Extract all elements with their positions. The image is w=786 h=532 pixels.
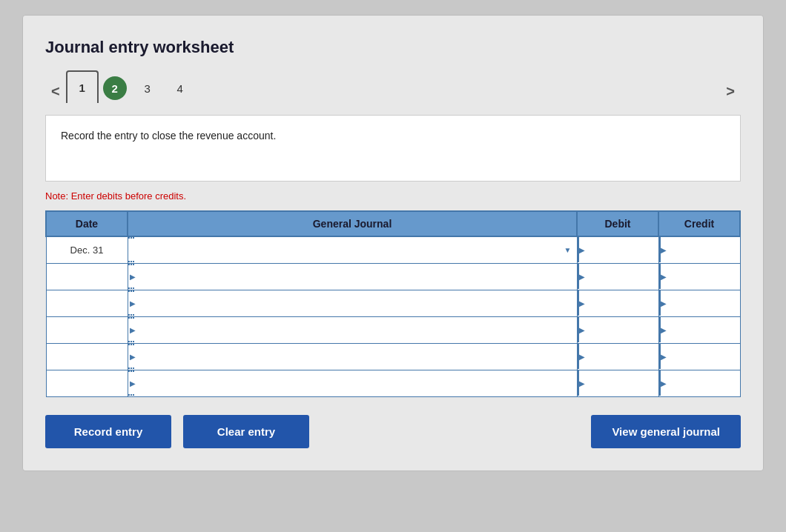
record-entry-button[interactable]: Record entry — [45, 415, 171, 448]
table-row: Dec. 31▼▶▶ — [46, 236, 740, 263]
credit-input-5[interactable] — [659, 370, 740, 396]
header-credit: Credit — [658, 211, 740, 236]
tab-2-circle[interactable]: 2 — [103, 76, 127, 100]
credit-cell-3[interactable]: ▶ — [658, 316, 740, 343]
tab-1[interactable]: 1 — [66, 70, 99, 103]
journal-dropdown-1[interactable] — [128, 264, 134, 289]
date-cell-3[interactable] — [46, 316, 128, 343]
credit-input-3[interactable] — [659, 317, 740, 342]
date-cell-5[interactable] — [46, 370, 128, 396]
debit-input-0[interactable] — [578, 237, 658, 262]
journal-cell-2[interactable]: ▶ — [128, 290, 577, 316]
table-row: ▶▶▶ — [46, 263, 740, 290]
nav-left-arrow[interactable]: < — [45, 80, 66, 103]
debit-input-2[interactable] — [578, 290, 658, 316]
credit-input-2[interactable] — [659, 290, 740, 316]
credit-input-4[interactable] — [659, 344, 740, 369]
journal-dropdown-0[interactable] — [128, 237, 134, 262]
tabs-row: < 1 2 3 4 > — [45, 70, 741, 103]
table-row: ▶▶▶ — [46, 343, 740, 370]
debit-input-4[interactable] — [578, 344, 658, 369]
instruction-box: Record the entry to close the revenue ac… — [45, 115, 741, 182]
debit-cell-1[interactable]: ▶ — [577, 263, 658, 290]
dropdown-arrow-icon: ▼ — [561, 246, 575, 254]
debit-cell-2[interactable]: ▶ — [577, 290, 658, 316]
credit-cell-5[interactable]: ▶ — [658, 370, 740, 396]
journal-dropdown-3[interactable] — [128, 317, 134, 342]
date-cell-0: Dec. 31 — [46, 236, 128, 263]
view-journal-button[interactable]: View general journal — [591, 415, 741, 448]
debit-cell-5[interactable]: ▶ — [577, 370, 658, 396]
credit-cell-2[interactable]: ▶ — [658, 290, 740, 316]
credit-cell-0[interactable]: ▶ — [658, 236, 740, 263]
debit-input-1[interactable] — [578, 264, 658, 289]
journal-cell-1[interactable]: ▶ — [128, 263, 577, 290]
journal-table: Date General Journal Debit Credit Dec. 3… — [45, 210, 741, 397]
tab-4[interactable]: 4 — [164, 73, 196, 103]
clear-entry-button[interactable]: Clear entry — [183, 415, 309, 448]
tab-3[interactable]: 3 — [131, 73, 164, 103]
table-row: ▶▶▶ — [46, 316, 740, 343]
debit-input-5[interactable] — [578, 370, 658, 396]
credit-input-1[interactable] — [659, 264, 740, 289]
journal-dropdown-5[interactable] — [128, 370, 134, 396]
table-row: ▶▶▶ — [46, 370, 740, 396]
credit-cell-1[interactable]: ▶ — [658, 263, 740, 290]
instruction-text: Record the entry to close the revenue ac… — [61, 130, 276, 142]
table-row: ▶▶▶ — [46, 290, 740, 316]
journal-dropdown-4[interactable] — [128, 344, 134, 369]
header-debit: Debit — [577, 211, 658, 236]
journal-dropdown-2[interactable] — [128, 290, 134, 316]
tab-2[interactable]: 2 — [99, 73, 131, 103]
debit-cell-4[interactable]: ▶ — [577, 343, 658, 370]
credit-input-0[interactable] — [659, 237, 740, 262]
journal-cell-0[interactable]: ▼ — [128, 236, 577, 263]
header-date: Date — [46, 211, 128, 236]
debit-cell-0[interactable]: ▶ — [577, 236, 658, 263]
buttons-row: Record entry Clear entry View general jo… — [45, 415, 741, 448]
nav-right-arrow[interactable]: > — [720, 80, 741, 103]
debit-input-3[interactable] — [578, 317, 658, 342]
note-text: Note: Enter debits before credits. — [45, 190, 741, 202]
header-journal: General Journal — [128, 211, 577, 236]
date-cell-1[interactable] — [46, 263, 128, 290]
main-container: Journal entry worksheet < 1 2 3 4 > Reco… — [22, 15, 764, 471]
date-cell-4[interactable] — [46, 343, 128, 370]
debit-cell-3[interactable]: ▶ — [577, 316, 658, 343]
journal-cell-5[interactable]: ▶ — [128, 370, 577, 396]
credit-cell-4[interactable]: ▶ — [658, 343, 740, 370]
page-title: Journal entry worksheet — [45, 38, 741, 57]
journal-cell-4[interactable]: ▶ — [128, 343, 577, 370]
journal-cell-3[interactable]: ▶ — [128, 316, 577, 343]
date-cell-2[interactable] — [46, 290, 128, 316]
